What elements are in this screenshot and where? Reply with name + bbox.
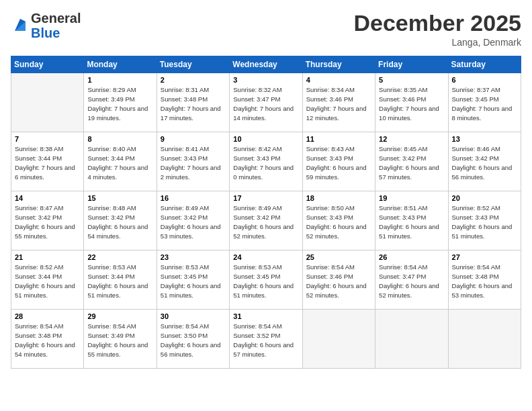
calendar-cell: 24Sunrise: 8:53 AMSunset: 3:45 PMDayligh… (230, 250, 302, 310)
day-detail: Sunrise: 8:52 AMSunset: 3:44 PMDaylight:… (15, 263, 80, 300)
calendar-cell: 6Sunrise: 8:37 AMSunset: 3:45 PMDaylight… (448, 73, 521, 132)
calendar-cell: 4Sunrise: 8:34 AMSunset: 3:46 PMDaylight… (302, 73, 375, 132)
calendar-cell: 19Sunrise: 8:51 AMSunset: 3:43 PMDayligh… (375, 191, 448, 250)
day-number: 14 (15, 194, 80, 202)
day-detail: Sunrise: 8:38 AMSunset: 3:44 PMDaylight:… (15, 144, 80, 181)
calendar-cell: 25Sunrise: 8:54 AMSunset: 3:46 PMDayligh… (302, 250, 375, 310)
calendar-cell: 7Sunrise: 8:38 AMSunset: 3:44 PMDaylight… (11, 132, 84, 191)
day-detail: Sunrise: 8:54 AMSunset: 3:46 PMDaylight:… (306, 263, 371, 300)
day-detail: Sunrise: 8:43 AMSunset: 3:43 PMDaylight:… (306, 144, 371, 181)
weekday-header-wednesday: Wednesday (230, 56, 302, 73)
day-detail: Sunrise: 8:49 AMSunset: 3:42 PMDaylight:… (233, 203, 298, 240)
logo: General Blue (11, 11, 81, 40)
calendar-cell: 9Sunrise: 8:41 AMSunset: 3:43 PMDaylight… (157, 132, 229, 191)
calendar-cell: 8Sunrise: 8:40 AMSunset: 3:44 PMDaylight… (84, 132, 157, 191)
location-subtitle: Langa, Denmark (353, 37, 521, 48)
day-number: 15 (87, 194, 152, 202)
calendar-cell: 26Sunrise: 8:54 AMSunset: 3:47 PMDayligh… (375, 250, 448, 310)
day-detail: Sunrise: 8:54 AMSunset: 3:47 PMDaylight:… (379, 263, 444, 300)
calendar-cell: 5Sunrise: 8:35 AMSunset: 3:46 PMDaylight… (375, 73, 448, 132)
day-detail: Sunrise: 8:29 AMSunset: 3:49 PMDaylight:… (87, 85, 152, 122)
day-detail: Sunrise: 8:32 AMSunset: 3:47 PMDaylight:… (233, 85, 298, 122)
calendar-cell (448, 310, 521, 369)
weekday-header-tuesday: Tuesday (157, 56, 229, 73)
day-detail: Sunrise: 8:35 AMSunset: 3:46 PMDaylight:… (379, 85, 444, 122)
page-header: General Blue December 2025 Langa, Denmar… (11, 11, 521, 48)
day-detail: Sunrise: 8:53 AMSunset: 3:44 PMDaylight:… (87, 263, 152, 300)
day-number: 2 (161, 76, 226, 84)
calendar-cell: 17Sunrise: 8:49 AMSunset: 3:42 PMDayligh… (230, 191, 302, 250)
day-number: 8 (87, 135, 152, 143)
calendar-cell: 30Sunrise: 8:54 AMSunset: 3:50 PMDayligh… (157, 310, 229, 369)
day-number: 11 (306, 135, 371, 143)
day-detail: Sunrise: 8:52 AMSunset: 3:43 PMDaylight:… (452, 203, 517, 240)
calendar-table: SundayMondayTuesdayWednesdayThursdayFrid… (11, 56, 521, 369)
day-number: 18 (306, 194, 371, 202)
day-number: 17 (233, 194, 298, 202)
weekday-header-saturday: Saturday (448, 56, 521, 73)
calendar-cell: 29Sunrise: 8:54 AMSunset: 3:49 PMDayligh… (84, 310, 157, 369)
day-number: 9 (161, 135, 226, 143)
day-number: 12 (379, 135, 444, 143)
day-number: 25 (306, 253, 371, 261)
logo-general-text: General (31, 11, 81, 26)
week-row-2: 7Sunrise: 8:38 AMSunset: 3:44 PMDaylight… (11, 132, 521, 191)
calendar-cell: 14Sunrise: 8:47 AMSunset: 3:42 PMDayligh… (11, 191, 84, 250)
calendar-cell (302, 310, 375, 369)
calendar-cell: 11Sunrise: 8:43 AMSunset: 3:43 PMDayligh… (302, 132, 375, 191)
calendar-cell: 18Sunrise: 8:50 AMSunset: 3:43 PMDayligh… (302, 191, 375, 250)
calendar-cell: 2Sunrise: 8:31 AMSunset: 3:48 PMDaylight… (157, 73, 229, 132)
calendar-cell: 13Sunrise: 8:46 AMSunset: 3:42 PMDayligh… (448, 132, 521, 191)
calendar-cell (11, 73, 84, 132)
calendar-cell: 31Sunrise: 8:54 AMSunset: 3:52 PMDayligh… (230, 310, 302, 369)
week-row-1: 1Sunrise: 8:29 AMSunset: 3:49 PMDaylight… (11, 73, 521, 132)
title-block: December 2025 Langa, Denmark (353, 11, 521, 48)
day-detail: Sunrise: 8:41 AMSunset: 3:43 PMDaylight:… (161, 144, 226, 181)
day-detail: Sunrise: 8:42 AMSunset: 3:43 PMDaylight:… (233, 144, 298, 181)
day-number: 3 (233, 76, 298, 84)
week-row-4: 21Sunrise: 8:52 AMSunset: 3:44 PMDayligh… (11, 250, 521, 310)
calendar-cell: 22Sunrise: 8:53 AMSunset: 3:44 PMDayligh… (84, 250, 157, 310)
day-detail: Sunrise: 8:47 AMSunset: 3:42 PMDaylight:… (15, 203, 80, 240)
day-detail: Sunrise: 8:34 AMSunset: 3:46 PMDaylight:… (306, 85, 371, 122)
day-number: 10 (233, 135, 298, 143)
calendar-cell: 21Sunrise: 8:52 AMSunset: 3:44 PMDayligh… (11, 250, 84, 310)
calendar-cell: 1Sunrise: 8:29 AMSunset: 3:49 PMDaylight… (84, 73, 157, 132)
day-number: 28 (15, 312, 80, 320)
day-detail: Sunrise: 8:49 AMSunset: 3:42 PMDaylight:… (161, 203, 226, 240)
day-detail: Sunrise: 8:46 AMSunset: 3:42 PMDaylight:… (452, 144, 517, 181)
day-number: 22 (87, 253, 152, 261)
day-number: 16 (161, 194, 226, 202)
day-number: 27 (452, 253, 517, 261)
calendar-cell: 15Sunrise: 8:48 AMSunset: 3:42 PMDayligh… (84, 191, 157, 250)
day-detail: Sunrise: 8:54 AMSunset: 3:50 PMDaylight:… (161, 322, 226, 359)
day-number: 26 (379, 253, 444, 261)
day-detail: Sunrise: 8:37 AMSunset: 3:45 PMDaylight:… (452, 85, 517, 122)
calendar-cell: 27Sunrise: 8:54 AMSunset: 3:48 PMDayligh… (448, 250, 521, 310)
day-number: 31 (233, 312, 298, 320)
month-title: December 2025 (353, 11, 521, 36)
day-detail: Sunrise: 8:54 AMSunset: 3:52 PMDaylight:… (233, 322, 298, 359)
calendar-cell: 23Sunrise: 8:53 AMSunset: 3:45 PMDayligh… (157, 250, 229, 310)
calendar-cell: 16Sunrise: 8:49 AMSunset: 3:42 PMDayligh… (157, 191, 229, 250)
day-detail: Sunrise: 8:53 AMSunset: 3:45 PMDaylight:… (161, 263, 226, 300)
day-detail: Sunrise: 8:51 AMSunset: 3:43 PMDaylight:… (379, 203, 444, 240)
day-detail: Sunrise: 8:54 AMSunset: 3:48 PMDaylight:… (15, 322, 80, 359)
weekday-header-friday: Friday (375, 56, 448, 73)
week-row-5: 28Sunrise: 8:54 AMSunset: 3:48 PMDayligh… (11, 310, 521, 369)
calendar-cell: 3Sunrise: 8:32 AMSunset: 3:47 PMDaylight… (230, 73, 302, 132)
day-number: 5 (379, 76, 444, 84)
day-number: 6 (452, 76, 517, 84)
day-number: 21 (15, 253, 80, 261)
weekday-header-sunday: Sunday (11, 56, 84, 73)
weekday-header-monday: Monday (84, 56, 157, 73)
day-number: 13 (452, 135, 517, 143)
day-number: 24 (233, 253, 298, 261)
weekday-header-row: SundayMondayTuesdayWednesdayThursdayFrid… (11, 56, 521, 73)
day-detail: Sunrise: 8:45 AMSunset: 3:42 PMDaylight:… (379, 144, 444, 181)
day-number: 20 (452, 194, 517, 202)
day-detail: Sunrise: 8:48 AMSunset: 3:42 PMDaylight:… (87, 203, 152, 240)
day-number: 4 (306, 76, 371, 84)
calendar-cell: 20Sunrise: 8:52 AMSunset: 3:43 PMDayligh… (448, 191, 521, 250)
day-detail: Sunrise: 8:53 AMSunset: 3:45 PMDaylight:… (233, 263, 298, 300)
